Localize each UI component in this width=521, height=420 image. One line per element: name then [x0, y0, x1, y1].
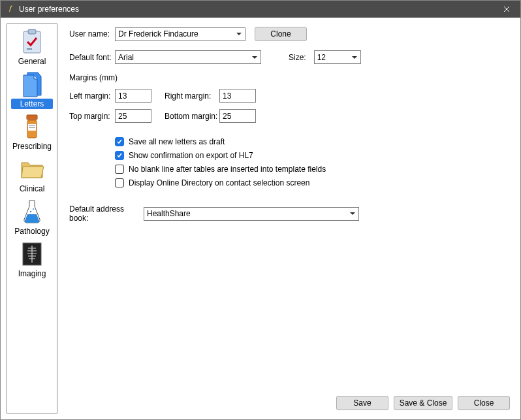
app-icon	[6, 4, 15, 15]
left-margin-input[interactable]	[115, 89, 151, 103]
xray-icon	[19, 240, 45, 268]
sidebar-item-label: Letters	[11, 99, 53, 109]
pill-bottle-icon	[19, 113, 45, 140]
left-margin-label: Left margin:	[69, 91, 115, 101]
checkbox-save-draft[interactable]: Save all new letters as draft	[115, 137, 510, 146]
sidebar-item-label: Pathology	[11, 226, 53, 236]
sidebar-item-label: General	[11, 56, 53, 67]
checkbox-label: Show confirmation on export of HL7	[129, 151, 253, 160]
username-select[interactable]: Dr Frederick Findacure	[115, 27, 245, 41]
titlebar: User preferences	[1, 1, 520, 18]
window-title: User preferences	[19, 5, 79, 14]
svg-rect-2	[27, 48, 32, 50]
checkbox-label: Display Online Directory on contact sele…	[129, 178, 309, 187]
sidebar-item-label: Imaging	[11, 268, 53, 279]
save-button[interactable]: Save	[336, 396, 388, 410]
sidebar-item-pathology[interactable]: Pathology	[11, 198, 53, 236]
clipboard-check-icon	[19, 28, 45, 56]
sidebar-item-clinical[interactable]: Clinical	[11, 155, 53, 194]
default-font-select[interactable]: Arial	[115, 50, 261, 64]
username-label: User name:	[69, 29, 115, 39]
sidebar-item-general[interactable]: General	[11, 28, 53, 67]
svg-point-9	[33, 208, 34, 210]
margins-group-label: Margins (mm)	[69, 73, 510, 82]
sidebar-item-label: Prescribing	[11, 141, 53, 152]
checkbox-no-blank-line[interactable]: No blank line after tables are inserted …	[115, 165, 510, 174]
pages-icon	[19, 71, 45, 98]
svg-rect-1	[28, 29, 36, 34]
checkbox-hl7-confirm[interactable]: Show confirmation on export of HL7	[115, 151, 510, 160]
sidebar-item-letters[interactable]: Letters	[11, 71, 53, 109]
checkbox-icon	[115, 137, 124, 146]
checkbox-label: Save all new letters as draft	[129, 137, 225, 146]
top-margin-label: Top margin:	[69, 112, 115, 121]
svg-point-8	[30, 211, 31, 212]
svg-rect-3	[27, 115, 37, 120]
right-margin-input[interactable]	[219, 89, 256, 103]
settings-panel: User name: Dr Frederick Findacure Clone …	[57, 18, 520, 419]
folder-icon	[19, 155, 45, 183]
save-close-button[interactable]: Save & Close	[394, 396, 452, 410]
checkbox-icon	[115, 151, 124, 160]
checkbox-online-directory[interactable]: Display Online Directory on contact sele…	[115, 178, 510, 187]
font-size-label: Size:	[289, 53, 306, 62]
svg-rect-6	[29, 125, 35, 126]
sidebar-item-prescribing[interactable]: Prescribing	[11, 113, 53, 152]
address-book-select[interactable]: HealthShare	[144, 207, 359, 221]
bottom-margin-input[interactable]	[219, 109, 256, 123]
clone-button[interactable]: Clone	[255, 27, 307, 41]
flask-icon	[19, 198, 45, 225]
top-margin-input[interactable]	[115, 109, 151, 123]
checkbox-label: No blank line after tables are inserted …	[129, 165, 326, 174]
default-font-label: Default font:	[69, 53, 115, 62]
checkbox-icon	[115, 165, 124, 174]
svg-rect-7	[29, 127, 35, 128]
close-button[interactable]: Close	[458, 396, 510, 410]
right-margin-label: Right margin:	[165, 91, 219, 101]
address-book-label: Default address book:	[69, 204, 144, 223]
close-window-button[interactable]	[497, 1, 516, 17]
sidebar-item-label: Clinical	[11, 184, 53, 194]
font-size-select[interactable]: 12	[314, 50, 361, 64]
checkbox-icon	[115, 178, 124, 187]
dialog-buttons: Save Save & Close Close	[336, 396, 510, 410]
bottom-margin-label: Bottom margin:	[165, 112, 219, 121]
category-sidebar: General Letters Prescribing Clinical Pat…	[7, 24, 57, 413]
sidebar-item-imaging[interactable]: Imaging	[11, 240, 53, 279]
